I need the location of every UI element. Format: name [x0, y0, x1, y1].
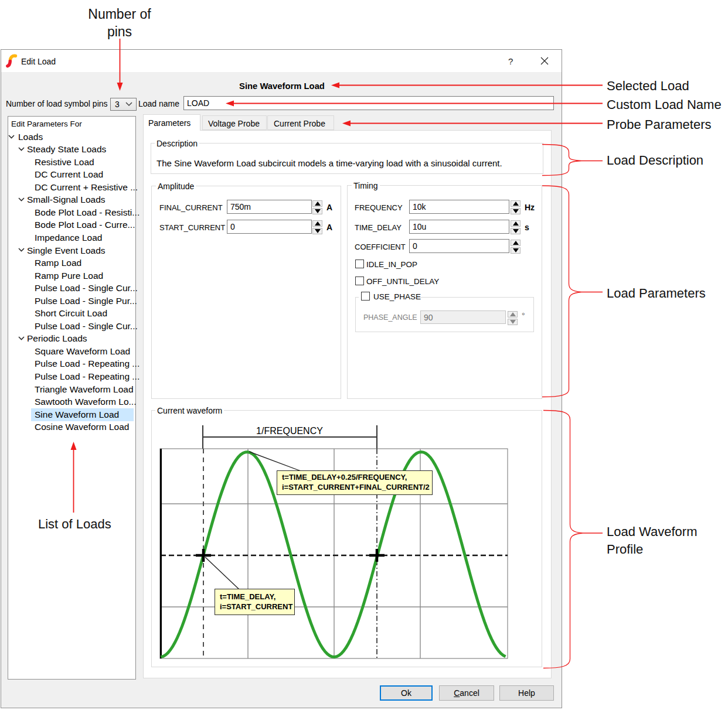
svg-text:1/FREQUENCY: 1/FREQUENCY — [256, 426, 323, 436]
